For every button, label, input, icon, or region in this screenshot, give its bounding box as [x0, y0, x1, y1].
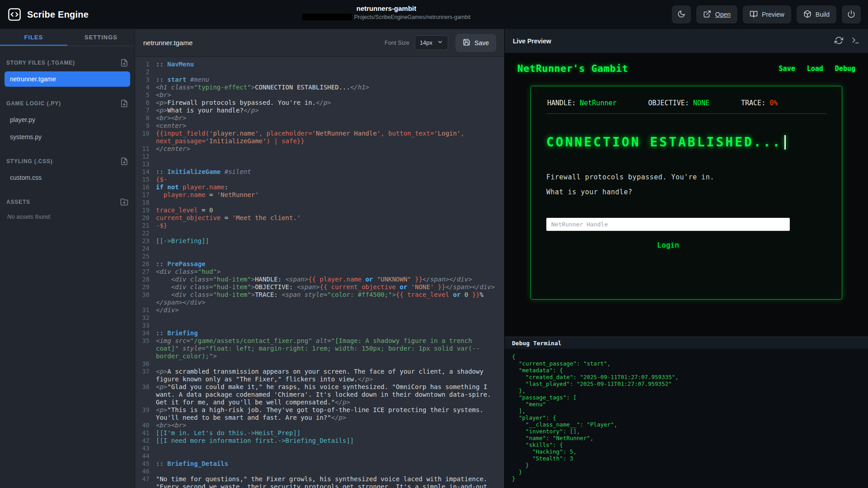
line-number: 31	[135, 306, 156, 314]
folder-plus-icon[interactable]	[120, 198, 128, 206]
line-number: 3	[135, 76, 156, 84]
code-line: 1:: NavMenu	[135, 61, 504, 68]
code-text: "No time for questions," the Fixer growl…	[156, 475, 504, 488]
tab-settings[interactable]: SETTINGS	[67, 29, 135, 46]
code-text: :: Briefing_Details	[156, 460, 504, 468]
live-preview-header: Live Preview	[505, 29, 868, 53]
sidebar: FILESSETTINGS STORY FILES (.TGAME)netrun…	[0, 29, 135, 488]
code-text: <img src="/game/assets/contact_fixer.png…	[156, 337, 504, 360]
font-size-select[interactable]: 14px	[415, 35, 448, 50]
debug-json-line: "last_played": "2025-09-11T01:27:07.9593…	[512, 380, 861, 387]
code-line: 23[[->Briefing]]	[135, 237, 504, 245]
live-preview-panel: Live Preview NetRunner's Gambit SaveLoad…	[504, 29, 868, 488]
debug-json-line: "__class_name__": "Player",	[512, 421, 861, 428]
login-button[interactable]: Login	[546, 241, 790, 249]
preview-button[interactable]: Preview	[743, 5, 791, 23]
code-text: [[I'm in. Let's do this.->Heist_Prep]]	[156, 429, 504, 437]
open-button[interactable]: Open	[696, 5, 737, 23]
build-button-label: Build	[816, 11, 830, 18]
code-line: 13	[135, 160, 504, 168]
line-number: 10	[135, 130, 156, 145]
line-number: 22	[135, 230, 156, 237]
code-line: 21-$}	[135, 222, 504, 230]
player-handle-input[interactable]	[546, 218, 790, 231]
topbar: Scribe Engine netrunners-gambit Projects…	[0, 0, 868, 29]
game-menu-save[interactable]: Save	[779, 65, 795, 73]
line-number: 36	[135, 360, 156, 368]
topbar-actions: Open Preview Build	[672, 5, 861, 23]
debug-json-line: "inventory": [],	[512, 428, 861, 435]
file-plus-icon[interactable]	[120, 99, 128, 108]
power-icon	[847, 10, 855, 19]
code-text	[156, 253, 504, 260]
file-item-player-py[interactable]: player.py	[5, 112, 130, 127]
debug-terminal-title: Debug Terminal	[512, 340, 562, 347]
line-number: 4	[135, 84, 156, 91]
project-path-row: Projects/ScribeEngineGames/netrunners-ga…	[302, 14, 470, 20]
code-text: :: Briefing	[156, 329, 504, 337]
line-number: 16	[135, 183, 156, 191]
live-preview-title: Live Preview	[513, 38, 551, 45]
open-button-label: Open	[715, 11, 731, 18]
game-page: NetRunner's Gambit SaveLoadDebug HANDLE:…	[505, 53, 868, 337]
game-preview-viewport: NetRunner's Gambit SaveLoadDebug HANDLE:…	[505, 53, 868, 337]
line-number: 20	[135, 214, 156, 222]
line-number: 33	[135, 322, 156, 329]
theme-toggle-button[interactable]	[672, 5, 691, 23]
code-line: 17 player.name = 'NetRunner'	[135, 191, 504, 199]
line-number: 41	[135, 429, 156, 437]
build-button[interactable]: Build	[797, 5, 836, 23]
sidebar-sections: STORY FILES (.TGAME)netrunner.tgameGAME …	[0, 46, 135, 225]
line-number: 5	[135, 91, 156, 99]
terminal-toggle-button[interactable]	[851, 36, 860, 46]
code-line: 9<center>	[135, 122, 504, 130]
chevron-down-icon	[437, 39, 443, 47]
file-item-custom-css[interactable]: custom.css	[5, 170, 130, 185]
code-text: :: PrePassage	[156, 260, 504, 268]
line-number: 35	[135, 337, 156, 360]
tab-files[interactable]: FILES	[0, 29, 67, 46]
line-number: 30	[135, 291, 156, 306]
game-menu-load[interactable]: Load	[807, 65, 823, 73]
refresh-preview-button[interactable]	[835, 36, 843, 46]
line-number: 34	[135, 329, 156, 337]
file-plus-icon[interactable]	[120, 157, 128, 165]
sidebar-section: STORY FILES (.TGAME)netrunner.tgame	[0, 56, 135, 87]
line-number: 11	[135, 145, 156, 153]
code-text: <div class="hud">	[156, 268, 504, 276]
code-text	[156, 245, 504, 253]
line-number: 15	[135, 176, 156, 183]
line-number: 32	[135, 314, 156, 322]
debug-terminal-output: { "current_passage": "start", "metadata"…	[505, 349, 868, 488]
code-line: 37<p>A scrambled transmission appears on…	[135, 368, 504, 383]
file-plus-icon[interactable]	[120, 59, 128, 67]
game-menu-debug[interactable]: Debug	[835, 65, 855, 73]
line-number: 45	[135, 460, 156, 468]
line-number: 27	[135, 268, 156, 276]
line-number: 38	[135, 383, 156, 406]
code-line: 42[[I need more information first.->Brie…	[135, 437, 504, 445]
code-text: <p>What is your handle?</p>	[156, 107, 504, 114]
hud-item: OBJECTIVE: NONE	[648, 99, 709, 107]
code-line: 30 <div class="hud-item">TRACE: <span st…	[135, 291, 504, 306]
code-line: 3:: start #menu	[135, 76, 504, 84]
code-line: 40<br><br>	[135, 422, 504, 429]
code-line: 12	[135, 153, 504, 160]
file-item-systems-py[interactable]: systems.py	[5, 129, 130, 145]
code-text	[156, 322, 504, 329]
game-paragraphs: Firewall protocols bypassed. You're in.W…	[546, 173, 826, 196]
line-number: 21	[135, 222, 156, 230]
code-editor[interactable]: 1:: NavMenu2 3:: start #menu4<h1 class="…	[135, 57, 504, 488]
debug-terminal-header: Debug Terminal	[505, 337, 868, 349]
hud-item: HANDLE: NetRunner	[547, 99, 617, 107]
save-floppy-icon	[463, 38, 470, 47]
code-text: <p>Firewall protocols bypassed. You're i…	[156, 99, 504, 107]
code-text: <br>	[156, 91, 504, 99]
code-line: 45:: Briefing_Details	[135, 460, 504, 468]
code-text	[156, 445, 504, 452]
power-button[interactable]	[842, 5, 861, 23]
file-item-netrunner-tgame[interactable]: netrunner.tgame	[5, 71, 130, 87]
code-line: 24	[135, 245, 504, 253]
save-button[interactable]: Save	[455, 34, 496, 52]
code-line: 33	[135, 322, 504, 329]
